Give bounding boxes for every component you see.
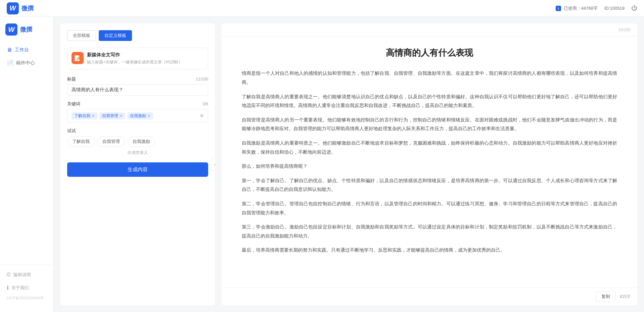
preview-panel: 10/100 高情商的人有什么表现 情商是指一个人对自己和他人的感情的认知和管理…: [222, 23, 637, 305]
title-section: 标题 11/100: [67, 76, 208, 96]
copyright-icon: ©: [7, 272, 11, 278]
drafts-icon: 📄: [7, 60, 13, 66]
preview-paragraph-1: 了解自我是高情商人的重要表现之一。他们能够清楚地认识自己的优点和缺点，以及自己的…: [242, 92, 617, 110]
keywords-label: 关键词: [67, 101, 80, 107]
preview-paragraph-3: 自我激励是高情商人的重要特质之一。他们能够激励自己不断地追求目标和梦想，克服困难…: [242, 139, 617, 156]
sidebar-item-drafts[interactable]: 📄 稿件中心: [0, 56, 53, 69]
topbar-right: i 已使用：44768字 ID:100519 ⏻: [556, 5, 637, 12]
topbar-id: ID:100519: [604, 6, 625, 11]
sidebar-logo-w: W: [5, 23, 17, 36]
keywords-field-header: 关键词 3/6: [67, 101, 208, 107]
suggestion-chips: 了解自我 自我管理 自我激励: [67, 137, 208, 147]
sidebar-drafts-label: 稿件中心: [16, 60, 35, 66]
usage-text: 已使用：44768字: [564, 5, 598, 11]
preview-body: 高情商的人有什么表现 情商是指一个人对自己和他人的感情的认知和管理能力，包括了解…: [222, 37, 637, 288]
topbar-left: W 微撰: [7, 2, 34, 14]
suggestions-section: 试试 了解自我 自我管理 自我激励: [67, 128, 208, 147]
preview-paragraph-8: 最后，培养高情商需要长期的努力和实践。只有通过不断地学习、反思和实践，才能够提高…: [242, 246, 617, 255]
tab-all[interactable]: 全部模板: [67, 30, 96, 41]
keywords-box: 了解自我 ✕ 自我管理 ✕ 自我激励 ✕ ✕: [67, 109, 208, 122]
title-label: 标题: [67, 76, 76, 82]
template-tabs: 全部模板 自定义模板: [67, 30, 208, 41]
main-layout: W 微撰 🖥 工作台 📄 稿件中心 © 版权说明 ℹ 关于我们 ©ICP备202…: [0, 17, 644, 312]
logo-w-letter: W: [7, 2, 19, 14]
topbar: W 微撰 i 已使用：44768字 ID:100519 ⏻: [0, 0, 644, 17]
generate-button[interactable]: 生成内容: [67, 162, 208, 177]
preview-counter: 10/100: [618, 28, 631, 32]
topbar-usage: i 已使用：44768字: [556, 5, 598, 11]
preview-paragraph-7: 第三，学会激励自己。激励自己包括设定目标和计划、自我激励和自我奖励等方式。可以通…: [242, 222, 617, 240]
sidebar-item-about[interactable]: ℹ 关于我们: [0, 281, 53, 294]
sidebar-about-label: 关于我们: [11, 285, 29, 291]
sidebar-item-workspace[interactable]: 🖥 工作台: [0, 44, 53, 56]
chip-0[interactable]: 了解自我: [67, 137, 95, 147]
preview-paragraph-0: 情商是指一个人对自己和他人的感情的认知和管理能力，包括了解自我、自我管理、自我激…: [242, 69, 617, 87]
template-info: 新媒体全文写作 输入标题+关键词，一键准确生成所需文章（约15秒）: [87, 52, 204, 65]
preview-footer: 复制 815字: [222, 288, 637, 305]
sidebar-workspace-label: 工作台: [15, 47, 29, 53]
workspace-icon: 🖥: [7, 47, 12, 53]
form-panel: 全部模板 自定义模板 📝 新媒体全文写作 输入标题+关键词，一键准确生成所需文章…: [60, 23, 215, 305]
keyword-tag-1[interactable]: 自我管理 ✕: [99, 112, 125, 119]
keywords-counter: 3/6: [202, 102, 208, 106]
keyword-tag-1-text: 自我管理: [102, 113, 118, 119]
preview-paragraph-2: 自我管理是高情商人的另一个重要表现。他们能够有效地控制自己的言行和行为，控制自己…: [242, 115, 617, 133]
chip-1[interactable]: 自我管理: [97, 137, 125, 147]
preview-paragraph-6: 第二，学会管理自己。管理自己包括控制自己的情绪、行为和言语，以及管理自己的时间和…: [242, 199, 617, 217]
preview-paragraph-4: 那么，如何培养和提高情商呢？: [242, 162, 617, 171]
preview-paragraph-5: 第一，学会了解自己。了解自己的优点、缺点、个性特质和偏好，以及自己的情感状态和情…: [242, 176, 617, 194]
sidebar-item-copyright[interactable]: © 版权说明: [0, 268, 53, 281]
preview-header: 10/100: [222, 23, 637, 37]
keyword-tag-2-text: 自我激励: [130, 113, 146, 119]
title-counter: 11/100: [196, 77, 208, 82]
suggestions-label: 试试: [67, 128, 208, 134]
title-field-header: 标题 11/100: [67, 76, 208, 82]
info-icon: i: [556, 6, 561, 11]
sidebar-logo-text: 微撰: [20, 25, 32, 34]
sidebar-nav: 🖥 工作台 📄 稿件中心: [0, 44, 53, 265]
sidebar-logo: W 微撰: [0, 23, 53, 44]
keyword-tag-2[interactable]: 自我激励 ✕: [127, 112, 153, 119]
title-input[interactable]: [67, 84, 208, 96]
keyword-tag-1-remove[interactable]: ✕: [120, 114, 123, 118]
keyword-tag-2-remove[interactable]: ✕: [147, 114, 150, 118]
collapse-handle[interactable]: ‹: [211, 158, 215, 170]
tab-custom[interactable]: 自定义模板: [99, 30, 132, 41]
about-icon: ℹ: [7, 284, 9, 291]
template-name: 新媒体全文写作: [87, 52, 204, 58]
keyword-tag-0[interactable]: 了解自我 ✕: [72, 112, 97, 119]
chip-2[interactable]: 自我激励: [128, 137, 155, 147]
template-desc: 输入标题+关键词，一键准确生成所需文章（约15秒）: [87, 59, 204, 65]
power-icon[interactable]: ⏻: [631, 5, 637, 12]
icp-text: ©ICP备2022016946号: [0, 294, 53, 302]
sidebar-copyright-label: 版权说明: [13, 272, 31, 278]
preview-title: 高情商的人有什么表现: [242, 47, 617, 59]
template-icon: 📝: [72, 52, 84, 64]
sidebar-bottom: © 版权说明 ℹ 关于我们 ©ICP备2022016946号: [0, 265, 53, 305]
copy-button[interactable]: 复制: [596, 291, 616, 302]
topbar-logo-text: 微撰: [21, 4, 34, 12]
template-card: 📝 新媒体全文写作 输入标题+关键词，一键准确生成所需文章（约15秒）: [67, 48, 208, 69]
word-count: 815字: [620, 294, 631, 300]
keyword-tag-0-text: 了解自我: [74, 113, 90, 119]
keyword-tag-0-remove[interactable]: ✕: [92, 114, 95, 118]
keywords-clear-icon[interactable]: ✕: [200, 113, 204, 118]
content-area: 全部模板 自定义模板 📝 新媒体全文写作 输入标题+关键词，一键准确生成所需文章…: [54, 17, 644, 312]
sidebar: W 微撰 🖥 工作台 📄 稿件中心 © 版权说明 ℹ 关于我们 ©ICP备202…: [0, 17, 54, 312]
keywords-section: 关键词 3/6 了解自我 ✕ 自我管理 ✕ 自我激励 ✕: [67, 101, 208, 122]
clear-hint[interactable]: 白清空录入: [67, 150, 208, 156]
